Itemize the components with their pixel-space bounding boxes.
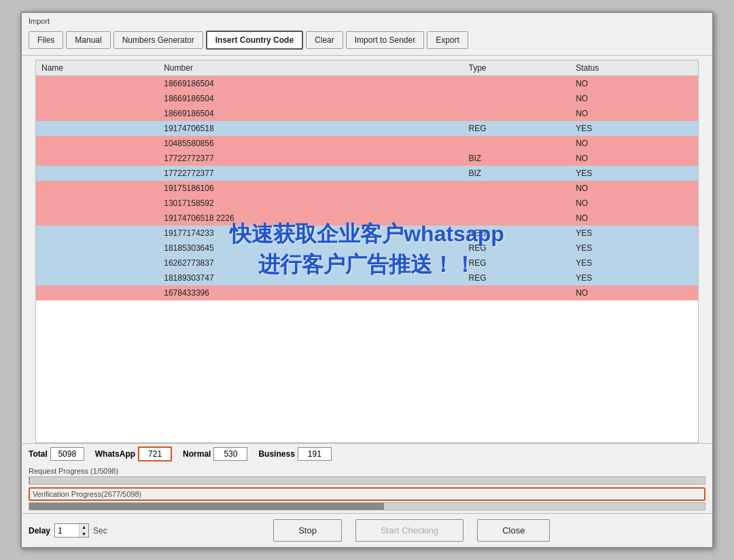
business-value: 191 [298,447,332,461]
cell-status: NO [570,181,698,196]
cell-name [36,166,158,181]
delay-input-wrapper: ▲ ▼ [54,523,89,538]
table-row: 16262773837REGYES [36,256,698,270]
cell-number: 1678433396 [158,285,463,300]
cell-status: NO [570,196,698,211]
cell-status: NO [570,211,698,226]
cell-number: 17722772377 [158,151,463,166]
col-type: Type [464,60,571,76]
bottom-row: Delay ▲ ▼ Sec Stop Start Checking Close [22,513,712,547]
table-row: 1678433396NO [36,285,698,300]
table-row: 18669186504NO [36,91,698,106]
delay-input[interactable] [55,524,79,538]
total-stat: Total 5098 [29,447,84,461]
total-value: 5098 [50,447,84,461]
whatsapp-stat: WhatsApp 721 [95,447,172,461]
table-row: 19174706518 2226NO [36,211,698,226]
cell-type: REG [464,121,571,136]
cell-number: 19174706518 2226 [158,211,463,226]
normal-value: 530 [213,447,247,461]
clear-button[interactable]: Clear [306,31,343,49]
cell-name [36,285,158,300]
table-row: 19177174233REGYES [36,226,698,241]
cell-status: YES [570,166,698,181]
cell-name [36,106,158,121]
request-progress: Request Progress (1/5098) [29,467,705,485]
progress-section: Request Progress (1/5098) Verification P… [22,464,712,513]
table-row: 18189303747REGYES [36,270,698,285]
cell-number: 18669186504 [158,91,463,106]
cell-type: REG [464,241,571,256]
table-row: 19174706518REGYES [36,121,698,136]
cell-status: YES [570,241,698,256]
numbers-generator-button[interactable]: Numbers Generator [113,31,203,49]
start-checking-button[interactable]: Start Checking [355,519,464,542]
cell-status: NO [570,106,698,121]
cell-status: YES [570,270,698,285]
cell-name [36,121,158,136]
files-button[interactable]: Files [29,31,63,49]
cell-number: 18189303747 [158,270,463,285]
cell-type: BIZ [464,166,571,181]
section-label: Import [22,13,712,27]
import-to-sender-button[interactable]: Import to Sender [346,31,424,49]
cell-status: NO [570,91,698,106]
cell-status: NO [570,151,698,166]
whatsapp-label: WhatsApp [95,449,135,459]
verification-progress-label: Verification Progress(2677/5098) [29,487,705,501]
cell-name [36,241,158,256]
table-row: 18185303645REGYES [36,241,698,256]
request-progress-bar [29,476,705,485]
delay-up-button[interactable]: ▲ [80,524,88,531]
col-number: Number [158,60,463,76]
cell-status: YES [570,121,698,136]
cell-type [464,91,571,106]
delay-section: Delay ▲ ▼ Sec [29,523,107,538]
manual-button[interactable]: Manual [66,31,110,49]
cell-name [36,196,158,211]
cell-type: REG [464,256,571,270]
stop-button[interactable]: Stop [273,519,342,542]
cell-number: 18185303645 [158,241,463,256]
cell-number: 19174706518 [158,121,463,136]
col-name: Name [36,60,158,76]
verification-progress-bar [29,502,705,510]
cell-name [36,76,158,91]
cell-type: REG [464,226,571,241]
stats-row: Total 5098 WhatsApp 721 Normal 530 Busin… [22,443,712,464]
insert-country-code-button[interactable]: Insert Country Code [206,31,303,50]
delay-down-button[interactable]: ▼ [80,531,88,538]
cell-name [36,136,158,151]
cell-number: 17722772377 [158,166,463,181]
cell-type [464,181,571,196]
cell-status: YES [570,226,698,241]
cell-type: BIZ [464,151,571,166]
cell-name [36,270,158,285]
business-stat: Business 191 [258,447,331,461]
cell-type [464,76,571,91]
sec-label: Sec [93,526,107,536]
table-row: 13017158592NO [36,196,698,211]
cell-number: 19175186106 [158,181,463,196]
cell-type [464,106,571,121]
normal-stat: Normal 530 [183,447,247,461]
cell-status: NO [570,285,698,300]
table-row: 18669186504NO [36,106,698,121]
delay-spinner: ▲ ▼ [79,524,88,538]
main-window: Import Files Manual Numbers Generator In… [20,12,714,548]
close-button[interactable]: Close [477,519,550,542]
delay-label: Delay [29,526,50,536]
total-label: Total [29,449,48,459]
cell-number: 18669186504 [158,76,463,91]
whatsapp-value: 721 [138,447,172,461]
cell-number: 13017158592 [158,196,463,211]
normal-label: Normal [183,449,211,459]
verification-progress: Verification Progress(2677/5098) [29,487,705,510]
action-buttons: Stop Start Checking Close [118,519,705,542]
cell-number: 16262773837 [158,256,463,270]
cell-type: REG [464,270,571,285]
table-row: 17722772377BIZYES [36,166,698,181]
business-label: Business [258,449,294,459]
request-progress-label: Request Progress (1/5098) [29,467,705,475]
export-button[interactable]: Export [427,31,468,49]
